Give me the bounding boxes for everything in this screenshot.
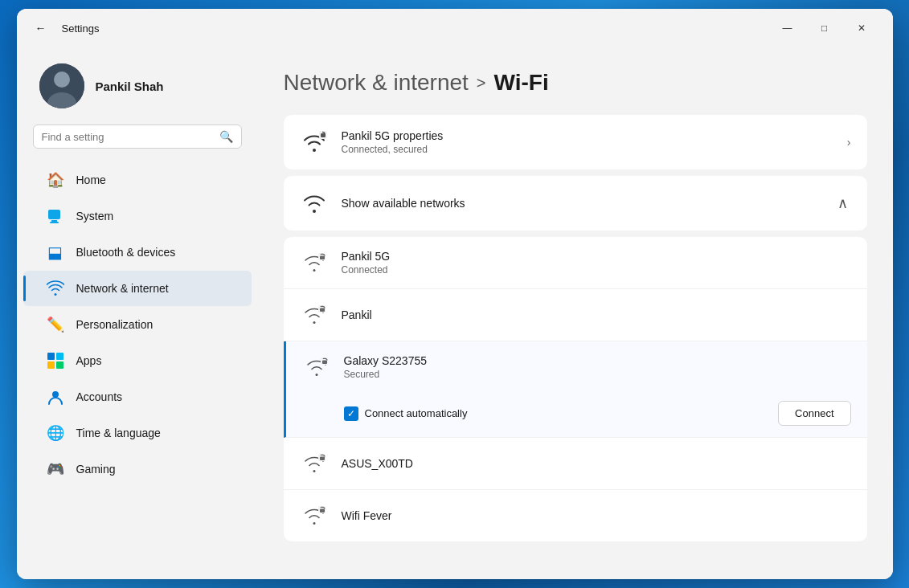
minimize-button[interactable]: — <box>769 15 806 41</box>
svg-point-1 <box>54 71 70 88</box>
sidebar-item-home[interactable]: 🏠 Home <box>23 162 252 198</box>
connect-auto-label: Connect automatically <box>365 407 468 419</box>
home-icon: 🏠 <box>46 170 65 190</box>
svg-rect-18 <box>322 361 327 365</box>
network-item-wififever[interactable]: Wifi Fever <box>284 490 867 541</box>
galaxy-status: Secured <box>344 369 851 380</box>
svg-rect-20 <box>320 457 325 461</box>
svg-rect-8 <box>47 361 55 369</box>
available-networks-label: Show available networks <box>342 197 825 210</box>
svg-rect-5 <box>50 222 59 223</box>
sidebar-item-gaming[interactable]: 🎮 Gaming <box>23 451 252 487</box>
sidebar-item-accounts-label: Accounts <box>76 390 123 403</box>
sidebar: Pankil Shah 🔍 🏠 Home <box>17 47 258 579</box>
network-pankil-name: Pankil <box>342 308 851 321</box>
avatar <box>39 63 84 108</box>
available-networks-title: Show available networks <box>342 197 825 210</box>
connected-network-item[interactable]: Pankil 5G properties Connected, secured … <box>284 115 867 169</box>
apps-icon <box>46 351 65 370</box>
sidebar-item-system-label: System <box>76 210 114 223</box>
breadcrumb-separator: > <box>477 74 486 92</box>
profile-name: Pankil Shah <box>96 80 164 93</box>
connect-auto-wrap: ✓ Connect automatically <box>344 406 769 421</box>
available-networks-header[interactable]: Show available networks ∧ <box>284 176 867 231</box>
available-networks-icon <box>300 189 329 218</box>
chevron-right-icon: › <box>847 136 851 149</box>
svg-rect-6 <box>47 353 55 360</box>
svg-rect-16 <box>320 308 325 312</box>
bluetooth-icon: ⬓ <box>46 243 65 262</box>
connected-network-text: Pankil 5G properties Connected, secured <box>342 129 834 155</box>
nav-list: 🏠 Home System ⬓ Bluetooth & de <box>17 161 258 488</box>
window-title: Settings <box>62 22 760 35</box>
networks-list: Pankil 5G Connected <box>284 237 867 541</box>
galaxy-top-row: Galaxy S223755 Secured <box>302 353 851 382</box>
connected-network-name: Pankil 5G properties <box>342 129 834 142</box>
personalization-icon: ✏️ <box>46 315 65 334</box>
network-item-galaxy[interactable]: Galaxy S223755 Secured ✓ Connect automat… <box>284 341 867 438</box>
galaxy-connect-row: ✓ Connect automatically Connect <box>344 401 851 426</box>
svg-rect-12 <box>321 133 326 137</box>
wifi-icon-wififever <box>300 501 329 530</box>
show-available-networks-item[interactable]: Show available networks ∧ <box>284 176 867 231</box>
galaxy-name: Galaxy S223755 <box>344 354 851 367</box>
wifi-icon-pankil <box>300 300 329 329</box>
accounts-icon <box>46 387 65 406</box>
sidebar-item-personalization[interactable]: ✏️ Personalization <box>23 307 252 342</box>
connected-network-card: Pankil 5G properties Connected, secured … <box>284 115 867 169</box>
gaming-icon: 🎮 <box>46 459 65 479</box>
window-controls: — □ ✕ <box>769 15 880 41</box>
breadcrumb-parent[interactable]: Network & internet <box>284 70 469 96</box>
network-pankil-text: Pankil <box>342 308 851 321</box>
svg-rect-7 <box>56 353 63 360</box>
settings-window: ← Settings — □ ✕ Pankil Shah <box>17 9 893 579</box>
maximize-button[interactable]: □ <box>806 15 843 41</box>
wififever-text: Wifi Fever <box>342 509 851 522</box>
wififever-name: Wifi Fever <box>342 509 851 522</box>
sidebar-item-bluetooth[interactable]: ⬓ Bluetooth & devices <box>23 235 252 270</box>
wifi-icon-galaxy <box>302 353 331 382</box>
wifi-connected-icon <box>300 128 329 157</box>
network-item-pankil[interactable]: Pankil <box>284 289 867 341</box>
sidebar-item-time-label: Time & language <box>76 427 161 439</box>
back-button[interactable]: ← <box>30 17 52 39</box>
connected-network-status: Connected, secured <box>342 144 834 155</box>
svg-rect-3 <box>48 210 60 219</box>
wifi-icon-pankil5g <box>300 248 329 277</box>
connect-auto-checkbox[interactable]: ✓ <box>344 406 358 421</box>
sidebar-item-accounts[interactable]: Accounts <box>23 379 252 414</box>
sidebar-item-personalization-label: Personalization <box>76 318 154 331</box>
svg-point-10 <box>52 391 59 398</box>
user-profile[interactable]: Pankil Shah <box>17 47 258 125</box>
time-icon: 🌐 <box>46 423 65 443</box>
connect-button[interactable]: Connect <box>778 401 850 426</box>
sidebar-item-time[interactable]: 🌐 Time & language <box>23 415 252 451</box>
sidebar-item-system[interactable]: System <box>23 198 252 234</box>
search-icon: 🔍 <box>219 130 233 143</box>
svg-rect-14 <box>320 256 325 260</box>
network-item-asus[interactable]: ASUS_X00TD <box>284 438 867 490</box>
main-content: Pankil Shah 🔍 🏠 Home <box>17 47 893 579</box>
search-input[interactable] <box>42 131 213 143</box>
galaxy-text: Galaxy S223755 Secured <box>344 354 851 380</box>
svg-rect-9 <box>56 361 63 369</box>
svg-rect-4 <box>51 220 57 222</box>
titlebar: ← Settings — □ ✕ <box>17 9 893 47</box>
network-item-pankil5g[interactable]: Pankil 5G Connected <box>284 237 867 289</box>
sidebar-item-network[interactable]: Network & internet <box>23 271 252 306</box>
search-box[interactable]: 🔍 <box>33 125 242 149</box>
asus-text: ASUS_X00TD <box>342 457 851 470</box>
sidebar-item-apps[interactable]: Apps <box>23 343 252 378</box>
network-pankil5g-name: Pankil 5G <box>342 250 851 263</box>
sidebar-item-bluetooth-label: Bluetooth & devices <box>76 246 176 259</box>
main-panel: Network & internet > Wi-Fi <box>258 47 893 579</box>
sidebar-item-home-label: Home <box>76 174 106 186</box>
close-button[interactable]: ✕ <box>843 15 880 41</box>
chevron-up-icon: ∧ <box>837 194 848 212</box>
breadcrumb-current: Wi-Fi <box>494 70 549 96</box>
system-icon <box>46 206 65 226</box>
breadcrumb: Network & internet > Wi-Fi <box>284 70 867 96</box>
asus-name: ASUS_X00TD <box>342 457 851 470</box>
wifi-icon-asus <box>300 449 329 478</box>
sidebar-item-network-label: Network & internet <box>76 282 169 295</box>
